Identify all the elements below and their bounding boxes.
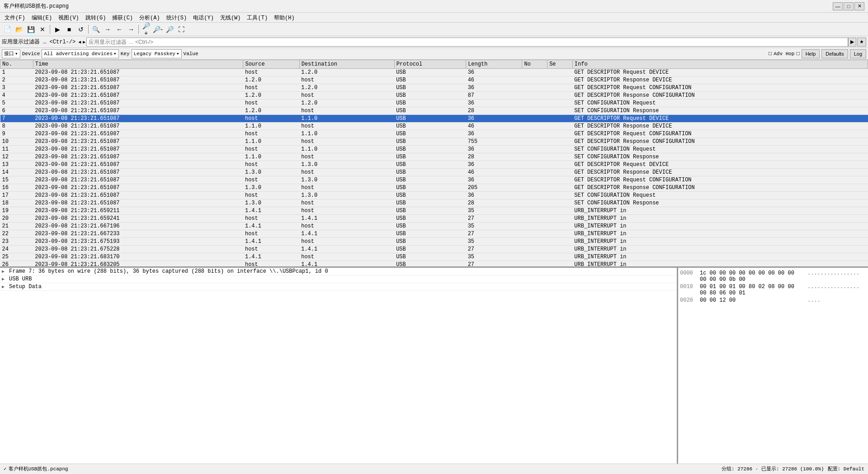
cell-source: 1.2.0	[243, 107, 299, 115]
table-row[interactable]: 232023-09-08 21:23:21.6751931.4.1hostUSB…	[0, 238, 868, 246]
chevron-down-icon-3: ▾	[176, 51, 179, 57]
table-row[interactable]: 102023-09-08 21:23:21.6510871.1.0hostUSB…	[0, 138, 868, 146]
detail-item[interactable]: ▶Frame 7: 36 bytes on wire (288 bits), 3…	[0, 268, 677, 275]
menu-item-视图[interactable]: 视图(V)	[56, 14, 82, 21]
menu-item-帮助[interactable]: 帮助(H)	[271, 14, 297, 21]
table-row[interactable]: 132023-09-08 21:23:21.651087host1.3.0USB…	[0, 161, 868, 169]
menu-item-跳转[interactable]: 跳转(G)	[83, 14, 109, 21]
filter-apply-button[interactable]: ▶	[848, 38, 856, 47]
statusbar-config: 配置: Default	[828, 465, 864, 472]
toolbar-stop-capture[interactable]: ■	[64, 24, 75, 34]
toolbar-forward[interactable]: →	[126, 24, 137, 34]
log-button[interactable]: Log	[850, 49, 866, 58]
toolbar-new[interactable]: 📄	[2, 24, 13, 34]
toolbar-filter[interactable]: 🔍	[90, 24, 101, 34]
cell-no: 19	[0, 207, 33, 215]
col-length[interactable]: Length	[466, 60, 522, 69]
filter-input[interactable]	[86, 38, 848, 47]
table-row[interactable]: 262023-09-08 21:23:21.683205host1.4.1USB…	[0, 261, 868, 267]
cell-info: SET CONFIGURATION Response	[572, 107, 868, 115]
legacy-passkey-dropdown[interactable]: Legacy Passkey ▾	[132, 49, 182, 58]
toolbar-close[interactable]: ✕	[37, 24, 48, 34]
menu-item-捕获[interactable]: 捕获(C)	[109, 14, 136, 21]
col-no2[interactable]: No	[522, 60, 547, 69]
table-row[interactable]: 222023-09-08 21:23:21.667233host1.4.1USB…	[0, 230, 868, 238]
toolbar-start-capture[interactable]: ▶	[52, 24, 63, 34]
detail-item[interactable]: ▶Setup Data	[0, 283, 677, 291]
table-row[interactable]: 62023-09-08 21:23:21.6510871.2.0hostUSB2…	[0, 107, 868, 115]
cell-no: 9	[0, 130, 33, 138]
cell-se	[547, 215, 573, 223]
toolbar-zoom-normal[interactable]: 🔎	[164, 24, 175, 34]
col-time[interactable]: Time	[33, 60, 243, 69]
col-protocol[interactable]: Protocol	[394, 60, 466, 69]
defaults-button[interactable]: Defaults	[821, 49, 848, 58]
menu-item-分析[interactable]: 分析(A)	[137, 14, 163, 21]
toolbar-fullscreen[interactable]: ⛶	[176, 24, 187, 34]
table-row[interactable]: 52023-09-08 21:23:21.651087host1.2.0USB3…	[0, 100, 868, 107]
table-row[interactable]: 162023-09-08 21:23:21.6510871.3.0hostUSB…	[0, 184, 868, 192]
cell-destination: 1.3.0	[299, 192, 394, 199]
help-button[interactable]: Help	[802, 49, 820, 58]
table-row[interactable]: 32023-09-08 21:23:21.651087host1.2.0USB3…	[0, 84, 868, 92]
cell-info: URB_INTERRUPT in	[572, 253, 868, 261]
col-info[interactable]: Info	[572, 60, 868, 69]
statusbar-ready-icon: ✓	[4, 466, 7, 472]
hex-bytes: 00 00 12 00	[700, 297, 804, 303]
filter-arrow-right[interactable]: ▶	[82, 39, 86, 45]
toolbar-restart[interactable]: ↺	[75, 24, 86, 34]
menu-item-无线[interactable]: 无线(W)	[217, 14, 244, 21]
table-row[interactable]: 172023-09-08 21:23:21.651087host1.3.0USB…	[0, 192, 868, 199]
menu-item-工具[interactable]: 工具(T)	[244, 14, 270, 21]
table-row[interactable]: 122023-09-08 21:23:21.6510871.1.0hostUSB…	[0, 153, 868, 161]
table-row[interactable]: 42023-09-08 21:23:21.6510871.2.0hostUSB8…	[0, 92, 868, 100]
table-row[interactable]: 92023-09-08 21:23:21.651087host1.1.0USB3…	[0, 130, 868, 138]
maximize-button[interactable]: □	[844, 2, 854, 10]
advertising-devices-dropdown[interactable]: All advertising devices ▾	[42, 49, 118, 58]
toolbar-zoom-in[interactable]: 🔎+	[141, 24, 151, 34]
toolbar-zoom-out[interactable]: 🔎-	[152, 24, 163, 34]
table-row[interactable]: 152023-09-08 21:23:21.651087host1.3.0USB…	[0, 176, 868, 184]
menu-item-文件[interactable]: 文件(F)	[2, 14, 28, 21]
close-button[interactable]: ✕	[854, 2, 864, 10]
table-row[interactable]: 212023-09-08 21:23:21.6671961.4.1hostUSB…	[0, 223, 868, 230]
cell-se	[547, 138, 573, 146]
cell-length: 27	[466, 215, 522, 223]
cell-no	[522, 115, 547, 123]
table-row[interactable]: 112023-09-08 21:23:21.651087host1.1.0USB…	[0, 146, 868, 153]
col-source[interactable]: Source	[243, 60, 299, 69]
minimize-button[interactable]: —	[833, 2, 843, 10]
table-row[interactable]: 242023-09-08 21:23:21.675228host1.4.1USB…	[0, 246, 868, 253]
cell-no	[522, 123, 547, 130]
packet-scroll-wrapper[interactable]: No. Time Source Destination Protocol Len…	[0, 60, 868, 266]
toolbar-goto[interactable]: →	[102, 24, 113, 34]
menu-item-编辑[interactable]: 编辑(E)	[29, 14, 55, 21]
table-row[interactable]: 12023-09-08 21:23:21.651087host1.2.0USB3…	[0, 69, 868, 76]
toolbar-save[interactable]: 💾	[25, 24, 36, 34]
cell-se	[547, 107, 573, 115]
col-destination[interactable]: Destination	[299, 60, 394, 69]
table-row[interactable]: 182023-09-08 21:23:21.6510871.3.0hostUSB…	[0, 199, 868, 207]
cell-source: host	[243, 69, 299, 76]
filter-arrow-left[interactable]: ◀	[77, 39, 82, 45]
expand-icon: ▶	[2, 284, 9, 289]
btfilterbar: 接口 ▾ Device All advertising devices ▾ Ke…	[0, 48, 868, 60]
statusbar-filename: 客户样机USB抓包.pcapng	[9, 465, 68, 472]
table-row[interactable]: 252023-09-08 21:23:21.6831701.4.1hostUSB…	[0, 253, 868, 261]
expand-icon: ▶	[2, 276, 9, 282]
table-row[interactable]: 22023-09-08 21:23:21.6510871.2.0hostUSB4…	[0, 76, 868, 84]
detail-item[interactable]: ▶USB URB	[0, 275, 677, 283]
table-row[interactable]: 192023-09-08 21:23:21.6592111.4.1hostUSB…	[0, 207, 868, 215]
col-no[interactable]: No.	[0, 60, 33, 69]
table-row[interactable]: 142023-09-08 21:23:21.6510871.3.0hostUSB…	[0, 169, 868, 176]
interface-dropdown[interactable]: 接口 ▾	[2, 49, 20, 58]
table-row[interactable]: 202023-09-08 21:23:21.659241host1.4.1USB…	[0, 215, 868, 223]
table-row[interactable]: 82023-09-08 21:23:21.6510871.1.0hostUSB4…	[0, 123, 868, 130]
toolbar-open[interactable]: 📂	[14, 24, 24, 34]
toolbar-back[interactable]: ←	[114, 24, 125, 34]
filter-bookmark-button[interactable]: ★	[857, 38, 866, 47]
col-se[interactable]: Se	[547, 60, 573, 69]
table-row[interactable]: 72023-09-08 21:23:21.651087host1.1.0USB3…	[0, 115, 868, 123]
menu-item-统计[interactable]: 统计(S)	[164, 14, 190, 21]
menu-item-电话[interactable]: 电话(Y)	[190, 14, 217, 21]
